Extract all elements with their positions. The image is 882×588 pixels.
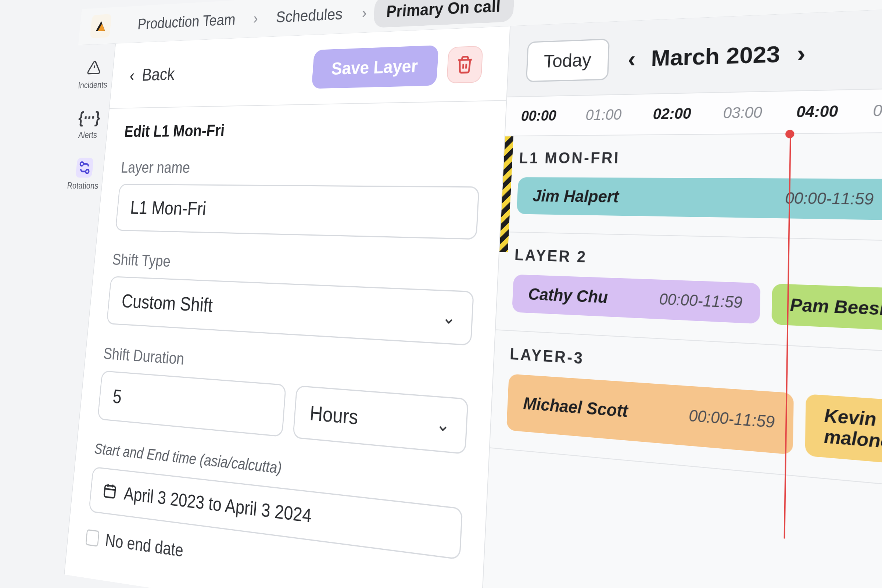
svg-point-2: [80, 162, 83, 166]
shift-row: Jim Halpert00:00-11:59: [517, 177, 882, 221]
hour-tick: 04:00: [796, 102, 873, 121]
chevron-down-icon: ⌄: [435, 413, 450, 435]
rotation-icon: [75, 158, 94, 177]
no-end-date-checkbox[interactable]: [85, 529, 99, 547]
layer-editor-panel: ‹ Back Save Layer Edit L1 Mon-Fri Layer …: [64, 27, 511, 588]
nav-alerts[interactable]: {···} Alerts: [78, 107, 100, 139]
month-label: March 2023: [651, 40, 781, 71]
chevron-left-icon: ‹: [129, 65, 136, 85]
shift-name: Jim Halpert: [532, 187, 619, 206]
panel-title: Edit L1 Mon-Fri: [123, 117, 483, 141]
no-end-date-label: No end date: [104, 530, 184, 561]
layer-block: L1 MON-FRIJim Halpert00:00-11:59: [501, 133, 882, 242]
layer-title: LAYER-3: [509, 345, 882, 390]
today-button[interactable]: Today: [526, 39, 610, 82]
trash-icon: [455, 55, 474, 74]
shift-block[interactable]: Jim Halpert00:00-11:59: [517, 177, 882, 220]
alert-triangle-icon: [85, 57, 103, 77]
layer-name-label: Layer name: [120, 158, 481, 177]
shift-row: Michael Scott00:00-11:59Kevin malone: [506, 374, 882, 467]
layer-name-input[interactable]: [115, 184, 480, 240]
shift-row: Cathy Chu00:00-11:59Pam Beesly: [512, 274, 882, 332]
now-indicator-dot: [785, 130, 795, 138]
delete-layer-button[interactable]: [447, 46, 483, 83]
chevron-right-icon: ›: [361, 3, 368, 22]
shift-block[interactable]: Michael Scott00:00-11:59: [506, 374, 794, 454]
breadcrumb-schedules[interactable]: Schedules: [264, 0, 356, 33]
shift-duration-unit-select[interactable]: Hours ⌄: [292, 385, 469, 454]
nav-rotations[interactable]: Rotations: [67, 158, 101, 190]
layer-title: L1 MON-FRI: [519, 148, 882, 168]
date-range-text: April 3 2023 to April 3 2024: [123, 483, 312, 527]
back-button[interactable]: ‹ Back: [129, 64, 176, 85]
layer-block: LAYER 2Cathy Chu00:00-11:59Pam Beesly: [496, 232, 882, 355]
hours-header: 00:0001:0002:0003:0004:0005:00: [506, 88, 882, 136]
prev-month-button[interactable]: ‹: [628, 45, 636, 72]
save-layer-button[interactable]: Save Layer: [312, 45, 439, 89]
svg-point-3: [85, 170, 88, 173]
now-indicator-line: [784, 134, 791, 539]
shift-range: 00:00-11:59: [689, 406, 775, 432]
braces-icon: {···}: [81, 107, 99, 127]
breadcrumb-team[interactable]: Production Team: [126, 4, 248, 39]
calendar-icon: [102, 481, 118, 502]
nav-label: Rotations: [67, 181, 99, 190]
shift-duration-input[interactable]: [98, 370, 286, 437]
schedule-timeline: Today ‹ March 2023 › 00:0001:0002:0003:0…: [481, 7, 882, 588]
shift-name: Michael Scott: [523, 394, 628, 421]
layer-title: LAYER 2: [514, 246, 882, 277]
shift-range: 00:00-11:59: [659, 290, 742, 312]
shift-type-value: Custom Shift: [121, 290, 213, 316]
shift-type-select[interactable]: Custom Shift ⌄: [106, 276, 474, 346]
shift-name: Kevin malone: [824, 405, 882, 454]
chevron-down-icon: ⌄: [442, 306, 456, 328]
hour-tick: 05:00: [873, 100, 882, 120]
nav-label: Incidents: [78, 80, 108, 90]
layer-block: LAYER-3Michael Scott00:00-11:59Kevin mal…: [490, 330, 882, 491]
shift-block[interactable]: Pam Beesly: [771, 284, 882, 332]
hour-tick: 00:00: [521, 107, 586, 124]
nav-incidents[interactable]: Incidents: [78, 57, 110, 90]
hour-tick: 01:00: [585, 106, 653, 124]
shift-type-label: Shift Type: [112, 250, 476, 282]
breadcrumb-current[interactable]: Primary On call: [373, 0, 514, 28]
app-logo: [90, 14, 112, 38]
svg-rect-4: [104, 485, 116, 498]
shift-block[interactable]: Kevin malone: [805, 394, 882, 467]
shift-range: 00:00-11:59: [785, 189, 873, 209]
shift-name: Pam Beesly: [790, 295, 882, 320]
shift-block[interactable]: Cathy Chu00:00-11:59: [512, 274, 761, 324]
back-label: Back: [141, 64, 176, 85]
shift-duration-unit-value: Hours: [309, 401, 359, 429]
hour-tick: 02:00: [652, 104, 723, 123]
shift-name: Cathy Chu: [528, 285, 608, 306]
hour-tick: 03:00: [723, 103, 796, 122]
chevron-right-icon: ›: [253, 9, 259, 27]
next-month-button[interactable]: ›: [797, 39, 806, 67]
nav-label: Alerts: [78, 130, 98, 140]
